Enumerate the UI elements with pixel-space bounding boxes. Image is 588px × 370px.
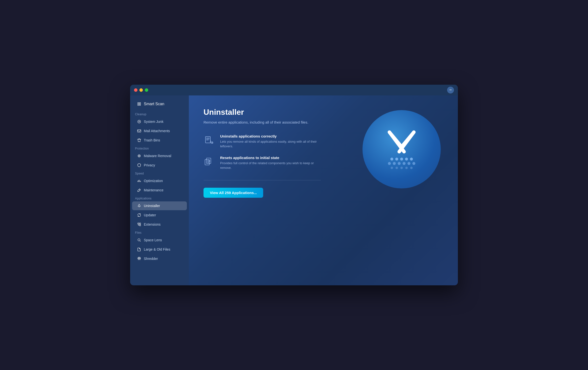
title-bar: •• xyxy=(130,85,458,95)
svg-point-23 xyxy=(398,162,401,165)
sidebar-item-smart-scan[interactable]: Smart Scan xyxy=(132,99,187,109)
feature-icon-resets xyxy=(204,156,215,167)
sidebar-item-malware-removal[interactable]: Malware Removal xyxy=(132,151,187,160)
divider xyxy=(204,180,321,180)
sidebar-item-label: Optimization xyxy=(144,179,163,183)
svg-point-21 xyxy=(388,162,391,165)
malware-icon xyxy=(137,154,141,158)
feature-text-resets: Resets applications to initial state Pro… xyxy=(220,156,321,170)
sidebar-item-system-junk[interactable]: System Junk xyxy=(132,117,187,126)
files-icon xyxy=(137,247,141,252)
sidebar-item-privacy[interactable]: Privacy xyxy=(132,161,187,170)
svg-rect-0 xyxy=(138,103,139,104)
sidebar-item-label: Trash Bins xyxy=(144,138,160,142)
uninstaller-sidebar-icon xyxy=(137,204,141,208)
svg-point-19 xyxy=(405,158,408,161)
sidebar-item-shredder[interactable]: Shredder xyxy=(132,254,187,263)
svg-point-25 xyxy=(407,162,410,165)
sidebar-item-extensions[interactable]: Extensions xyxy=(132,220,187,229)
sidebar-item-mail-attachments[interactable]: Mail Attachments xyxy=(132,127,187,135)
minimize-button[interactable] xyxy=(139,88,143,92)
sidebar-item-label: Shredder xyxy=(144,257,158,261)
sidebar-item-label: Maintenance xyxy=(144,188,163,192)
sidebar-item-uninstaller[interactable]: Uninstaller xyxy=(132,201,187,210)
svg-rect-5 xyxy=(137,130,141,132)
sidebar-item-label: Smart Scan xyxy=(144,102,164,106)
section-label-files: Files xyxy=(130,229,189,235)
sidebar-item-label: Space Lens xyxy=(144,238,162,242)
svg-point-24 xyxy=(403,162,406,165)
sidebar-item-maintenance[interactable]: Maintenance xyxy=(132,186,187,195)
close-button[interactable] xyxy=(134,88,137,92)
title-bar-right: •• xyxy=(447,87,454,93)
section-label-cleanup: Cleanup xyxy=(130,111,189,117)
feature-icon-uninstalls xyxy=(204,134,215,146)
sidebar-item-label: System Junk xyxy=(144,120,163,124)
privacy-icon xyxy=(137,163,141,167)
svg-point-3 xyxy=(139,104,141,105)
section-label-applications: Applications xyxy=(130,195,189,201)
extensions-icon xyxy=(137,222,141,227)
svg-rect-12 xyxy=(138,257,140,258)
content-left: Uninstaller Remove entire applications, … xyxy=(204,108,321,198)
svg-rect-1 xyxy=(139,103,141,104)
svg-point-30 xyxy=(405,167,408,169)
sidebar-item-space-lens[interactable]: Space Lens xyxy=(132,236,187,244)
sidebar: Smart Scan Cleanup System Junk xyxy=(130,95,189,285)
section-label-protection: Protection xyxy=(130,145,189,151)
shredder-icon xyxy=(137,256,141,261)
feature-text-uninstalls: Uninstalls applications correctly Lets y… xyxy=(220,134,321,149)
svg-point-16 xyxy=(390,158,393,161)
hero-circle xyxy=(362,110,441,188)
view-all-button[interactable]: View All 259 Applications... xyxy=(204,188,263,198)
sidebar-item-large-old-files[interactable]: Large & Old Files xyxy=(132,245,187,254)
sidebar-item-trash-bins[interactable]: Trash Bins xyxy=(132,136,187,145)
page-subtitle: Remove entire applications, including al… xyxy=(204,120,321,125)
sidebar-item-optimization[interactable]: Optimization xyxy=(132,176,187,185)
traffic-lights xyxy=(134,88,148,92)
sidebar-item-label: Uninstaller xyxy=(144,204,160,208)
svg-point-22 xyxy=(393,162,396,165)
svg-point-26 xyxy=(412,162,415,165)
scan-icon xyxy=(137,102,141,106)
svg-point-18 xyxy=(400,158,403,161)
sidebar-item-label: Extensions xyxy=(144,222,160,226)
feature-item-uninstalls: Uninstalls applications correctly Lets y… xyxy=(204,134,321,149)
sidebar-item-label: Large & Old Files xyxy=(144,247,170,251)
trash-icon xyxy=(137,138,141,142)
svg-point-31 xyxy=(410,167,413,169)
app-window: •• Smart Scan Cleanup xyxy=(130,85,458,285)
page-title: Uninstaller xyxy=(204,108,321,117)
sidebar-item-label: Privacy xyxy=(144,163,155,167)
svg-point-20 xyxy=(410,158,413,161)
svg-rect-2 xyxy=(138,104,139,105)
maximize-button[interactable] xyxy=(145,88,148,92)
feature-desc-uninstalls: Lets you remove all kinds of application… xyxy=(220,139,321,149)
sidebar-item-label: Malware Removal xyxy=(144,154,171,158)
feature-heading-uninstalls: Uninstalls applications correctly xyxy=(220,134,321,138)
svg-point-28 xyxy=(396,167,398,169)
user-avatar[interactable]: •• xyxy=(447,87,454,93)
optimization-icon xyxy=(137,179,141,183)
feature-list: Uninstalls applications correctly Lets y… xyxy=(204,134,321,170)
space-lens-icon xyxy=(137,238,141,242)
feature-heading-resets: Resets applications to initial state xyxy=(220,156,321,160)
main-content: Uninstaller Remove entire applications, … xyxy=(189,95,458,285)
sidebar-item-updater[interactable]: Updater xyxy=(132,211,187,220)
section-label-speed: Speed xyxy=(130,170,189,176)
junk-icon xyxy=(137,119,141,124)
feature-item-resets: Resets applications to initial state Pro… xyxy=(204,156,321,170)
app-body: Smart Scan Cleanup System Junk xyxy=(130,95,458,285)
svg-point-27 xyxy=(391,167,393,169)
hero-illustration xyxy=(360,108,443,191)
svg-point-29 xyxy=(400,167,403,169)
sidebar-item-label: Mail Attachments xyxy=(144,129,170,133)
svg-point-17 xyxy=(395,158,398,161)
mail-icon xyxy=(137,129,141,133)
maintenance-icon xyxy=(137,188,141,192)
feature-desc-resets: Provides full control of the related com… xyxy=(220,161,321,170)
updater-icon xyxy=(137,213,141,217)
svg-rect-8 xyxy=(139,223,141,224)
sidebar-item-label: Updater xyxy=(144,213,156,217)
